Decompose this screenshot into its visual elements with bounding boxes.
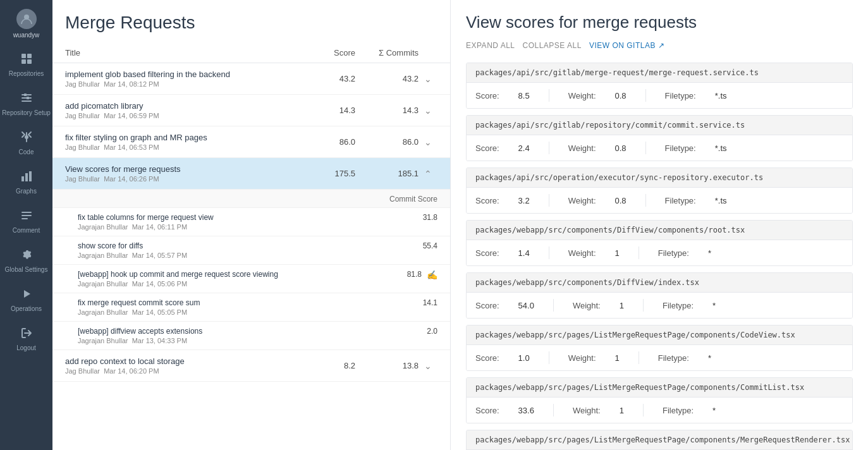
table-row-active[interactable]: View scores for merge requests Jag Bhull… [52,158,450,190]
sidebar: wuandyw Repositories Repository Setup [0,0,52,450]
mr-meta: Jag Bhullar Mar 14, 06:26 PM [65,175,305,183]
mr-title: add picomatch library [65,101,305,111]
sidebar-username: wuandyw [13,32,40,39]
file-scores: Score: 2.4 Weight: 0.8 Filetype: *.ts [467,135,852,161]
code-icon [20,131,33,147]
table-row[interactable]: add repo context to local storage Jag Bh… [52,350,450,382]
file-scores: Score: 3.2 Weight: 0.8 Filetype: *.ts [467,188,852,213]
score-label: Score: [475,196,499,205]
view-on-gitlab-link[interactable]: VIEW ON GITLAB ↗ [589,41,664,50]
file-section: packages/webapp/src/pages/ListMergeReque… [466,325,853,371]
svg-rect-8 [21,176,24,181]
graphs-icon [20,170,33,186]
mr-commits: 43.2 [355,74,419,83]
commits-col-title [78,195,362,204]
list-item[interactable]: fix merge request commit score sum Jagra… [52,293,450,322]
chevron-down-icon: ⌄ [419,74,437,84]
right-panel: View scores for merge requests EXPAND AL… [451,0,868,450]
table-row[interactable]: implement glob based filtering in the ba… [52,63,450,95]
cursor-hand-icon[interactable]: ✍ [427,270,437,280]
main-content: Merge Requests Title Score Σ Commits imp… [52,0,868,450]
weight-label: Weight: [568,143,596,153]
list-item[interactable]: [webapp] diffview accepts extensions Jag… [52,322,450,350]
commits-section: Commit Score fix table columns for merge… [52,190,450,350]
svg-marker-14 [24,290,30,298]
mr-meta: Jag Bhullar Mar 14, 06:53 PM [65,143,305,151]
sidebar-item-repositories[interactable]: Repositories [0,45,52,84]
list-item[interactable]: [webapp] hook up commit and merge reques… [52,265,450,293]
table-row[interactable]: fix filter styling on graph and MR pages… [52,126,450,158]
file-section: packages/api/src/operation/executor/sync… [466,167,853,214]
mr-row-info: add repo context to local storage Jag Bh… [65,356,305,375]
svg-rect-1 [21,54,26,58]
avatar [16,9,37,29]
svg-rect-3 [21,59,26,64]
filetype-label: Filetype: [658,353,689,363]
chevron-down-icon: ⌄ [419,106,437,116]
sidebar-item-operations[interactable]: Operations [0,280,52,319]
repository-setup-icon [20,92,33,107]
chevron-up-icon: ⌃ [419,169,437,179]
commit-score: 31.8 [362,213,437,231]
expand-all-button[interactable]: EXPAND ALL [466,41,515,50]
file-section: packages/api/src/gitlab/merge-request/me… [466,63,853,109]
file-path: packages/api/src/gitlab/repository/commi… [467,116,852,135]
sidebar-item-global-settings[interactable]: Global Settings [0,241,52,280]
commit-info: show score for diffs Jagrajan Bhullar Ma… [78,241,362,259]
mr-title: add repo context to local storage [65,356,305,366]
gear-icon [20,248,33,264]
sidebar-item-logout[interactable]: Logout [0,319,52,358]
file-section: packages/webapp/src/pages/ListMergeReque… [466,377,853,423]
mr-score: 86.0 [305,137,355,147]
weight-value: 0.8 [615,143,627,153]
mr-meta: Jag Bhullar Mar 14, 06:59 PM [65,112,305,119]
weight-value: 1 [615,353,620,363]
weight-value: 0.8 [615,196,627,205]
list-item[interactable]: fix table columns for merge request view… [52,208,450,236]
commit-info: fix table columns for merge request view… [78,213,362,231]
commit-score: 81.8 ✍ [362,270,437,288]
file-path: packages/webapp/src/components/DiffView/… [467,221,852,240]
mr-score: 14.3 [305,106,355,115]
mr-score: 43.2 [305,74,355,83]
file-scores: Score: 54.0 Weight: 1 Filetype: * [467,293,852,318]
filetype-label: Filetype: [665,91,696,100]
file-path: packages/webapp/src/pages/ListMergeReque… [467,378,852,398]
svg-rect-6 [27,97,29,99]
file-section: packages/api/src/gitlab/repository/commi… [466,115,853,161]
filetype-value: * [708,248,711,258]
score-label: Score: [475,406,499,415]
col-title-header: Title [65,48,305,58]
sidebar-item-repository-setup-label: Repository Setup [2,109,51,117]
repositories-icon [20,52,33,68]
sidebar-item-repositories-label: Repositories [9,70,44,78]
comment-icon [20,209,33,225]
sidebar-item-code[interactable]: Code [0,123,52,162]
mr-row-info: View scores for merge requests Jag Bhull… [65,164,305,183]
mr-commits: 185.1 [355,169,419,178]
filetype-label: Filetype: [665,143,696,153]
weight-label: Weight: [568,196,596,205]
list-item[interactable]: show score for diffs Jagrajan Bhullar Ma… [52,236,450,265]
svg-rect-11 [21,212,32,213]
sidebar-item-comment[interactable]: Comment [0,202,52,241]
right-panel-title: View scores for merge requests [466,13,853,32]
weight-value: 1 [620,301,624,310]
score-label: Score: [475,353,499,363]
weight-label: Weight: [573,406,601,415]
commit-info: [webapp] hook up commit and merge reques… [78,270,362,288]
table-row[interactable]: add picomatch library Jag Bhullar Mar 14… [52,95,450,126]
file-scores: Score: 1.0 Weight: 1 Filetype: * [467,345,852,370]
score-value: 1.4 [518,248,530,258]
collapse-all-button[interactable]: COLLAPSE ALL [522,41,581,50]
sidebar-item-repository-setup[interactable]: Repository Setup [0,84,52,123]
weight-label: Weight: [573,301,601,310]
score-label: Score: [475,91,499,100]
weight-label: Weight: [568,248,596,258]
file-section: packages/webapp/src/components/DiffView/… [466,272,853,319]
weight-value: 1 [620,406,624,415]
score-value: 2.4 [518,143,530,153]
sidebar-item-graphs[interactable]: Graphs [0,162,52,202]
score-label: Score: [475,301,499,310]
right-panel-actions: EXPAND ALL COLLAPSE ALL VIEW ON GITLAB ↗ [466,41,853,50]
